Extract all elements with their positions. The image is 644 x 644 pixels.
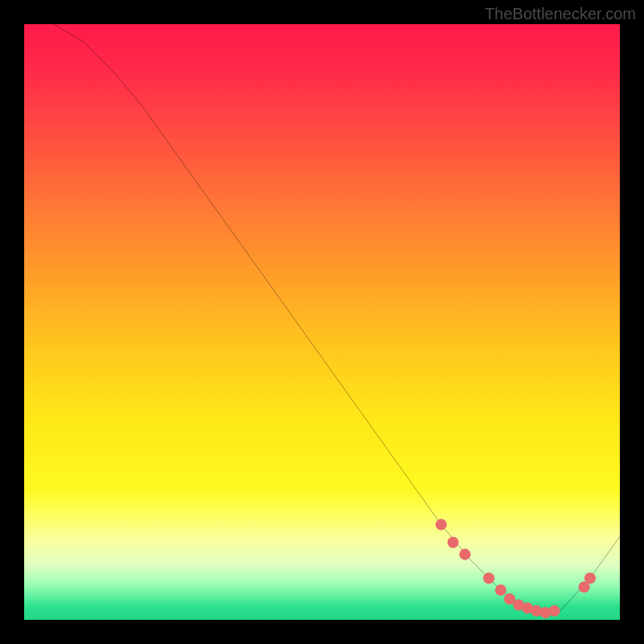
data-marker [584, 572, 596, 584]
data-marker [460, 549, 471, 560]
data-marker [495, 584, 506, 596]
chart-container: TheBottlenecker.com [0, 0, 644, 644]
watermark-text: TheBottlenecker.com [485, 5, 636, 23]
data-marker [448, 537, 459, 548]
plot-area [24, 24, 620, 620]
data-marker [549, 605, 560, 617]
marker-layer [24, 24, 620, 620]
data-marker [436, 519, 447, 530]
data-marker [483, 572, 494, 584]
